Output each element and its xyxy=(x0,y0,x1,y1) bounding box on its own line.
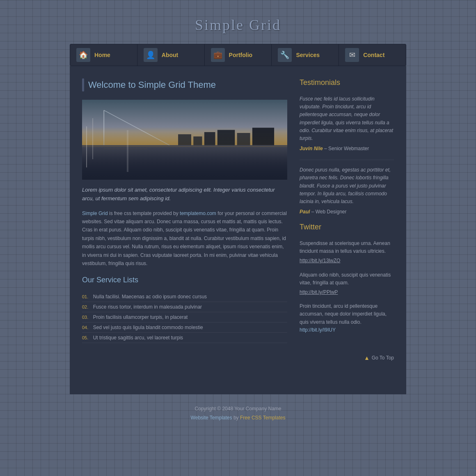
service-num-3: 03. xyxy=(82,315,88,320)
right-column: Testimonials Fusce nec felis id lacus so… xyxy=(300,78,394,361)
simplegrid-link[interactable]: Simple Grid xyxy=(82,211,108,216)
twitter-section: Twitter Suspendisse at scelerisque urna.… xyxy=(300,223,394,334)
go-to-top-link[interactable]: ▲ Go To Top xyxy=(364,355,394,361)
tweet-text-3: Proin tincidunt, arcu id pellentesque ac… xyxy=(300,302,394,334)
tweet-text-2: Aliquam odio nibh, suscipit quis venenat… xyxy=(300,271,394,287)
testimonial-author-2: Paul – Web Designer xyxy=(300,209,394,215)
service-text-2: Fusce risus tortor, interdum in malesuad… xyxy=(93,304,202,310)
author-dash-2: – xyxy=(311,209,314,215)
tweet-1: Suspendisse at scelerisque urna. Aenean … xyxy=(300,240,394,265)
list-item: 03. Proin facilisis ullamcorper turpis, … xyxy=(82,312,287,323)
go-to-top-label: Go To Top xyxy=(372,355,394,361)
body-text: Simple Grid is free css template provide… xyxy=(82,209,287,268)
author-title-1: Senior Webmaster xyxy=(328,146,369,151)
contact-icon: ✉ xyxy=(345,48,359,62)
svg-rect-6 xyxy=(204,132,215,145)
service-text-4: Sed vel justo quis ligula blandit commod… xyxy=(93,325,203,330)
testimonial-author-1: Juvin Nile – Senior Webmaster xyxy=(300,146,394,151)
service-lists-heading: Our Service Lists xyxy=(82,276,287,284)
about-icon: 👤 xyxy=(144,48,158,62)
portfolio-icon: 💼 xyxy=(211,48,225,62)
list-item: 01. Nulla facilisi. Maecenas ac odio ips… xyxy=(82,292,287,302)
hero-image xyxy=(82,100,287,180)
svg-rect-1 xyxy=(82,145,287,180)
svg-rect-8 xyxy=(237,133,250,145)
service-text-5: Ut tristique sagittis arcu, vel laoreet … xyxy=(93,335,183,341)
website-templates-link[interactable]: Website Templates xyxy=(191,415,232,421)
svg-rect-7 xyxy=(217,130,235,145)
copyright-text: Copyright © 2048 Your Company Name xyxy=(70,405,406,414)
tweet-link-3[interactable]: http://bit.ly/I9IUY xyxy=(300,327,336,333)
tweet-text-1: Suspendisse at scelerisque urna. Aenean … xyxy=(300,240,394,255)
nav-home-label: Home xyxy=(94,52,110,58)
testimonial-2: Donec purus nulla, egestas ac porttitor … xyxy=(300,166,394,215)
nav-portfolio-label: Portfolio xyxy=(229,52,253,58)
svg-rect-4 xyxy=(178,134,191,145)
testimonial-1: Fusce nec felis id lacus sollicitudin vu… xyxy=(300,95,394,151)
tweet-2: Aliquam odio nibh, suscipit quis venenat… xyxy=(300,271,394,297)
service-text-3: Proin facilisis ullamcorper turpis, in p… xyxy=(93,314,188,320)
list-item: 02. Fusce risus tortor, interdum in male… xyxy=(82,302,287,312)
service-list: 01. Nulla facilisi. Maecenas ac odio ips… xyxy=(82,292,287,343)
author-title-2: Web Designer xyxy=(316,209,347,215)
welcome-heading-wrapper: Welcome to Simple Grid Theme xyxy=(82,78,287,92)
intro-italic: Lorem ipsum dolor sit amet, consectetur … xyxy=(82,186,287,203)
list-item: 04. Sed vel justo quis ligula blandit co… xyxy=(82,323,287,333)
nav-contact-label: Contact xyxy=(363,52,384,58)
footer-by-text: by xyxy=(233,415,240,421)
tweet-3: Proin tincidunt, arcu id pellentesque ac… xyxy=(300,302,394,334)
nav-about[interactable]: 👤 About xyxy=(137,44,205,66)
twitter-heading: Twitter xyxy=(300,223,394,233)
tweet-link-2[interactable]: http://bit.ly/PPlwP xyxy=(300,289,338,295)
nav-home[interactable]: 🏠 Home xyxy=(70,44,137,66)
main-content: Welcome to Simple Grid Theme xyxy=(70,66,406,394)
testimonial-text-1: Fusce nec felis id lacus sollicitudin vu… xyxy=(300,95,394,142)
svg-rect-10 xyxy=(82,146,287,147)
body-text-part2: for your personal or commercial websites… xyxy=(82,211,287,266)
services-icon: 🔧 xyxy=(278,48,292,62)
footer-links: Website Templates by Free CSS Templates xyxy=(70,414,406,423)
navigation: 🏠 Home 👤 About 💼 Portfolio 🔧 Services ✉ … xyxy=(70,44,406,66)
svg-rect-11 xyxy=(104,149,147,149)
nav-about-label: About xyxy=(162,52,178,58)
site-title: Simple Grid xyxy=(70,8,406,44)
go-to-top: ▲ Go To Top xyxy=(300,346,394,361)
author-dash-1: – xyxy=(324,146,327,151)
free-css-link[interactable]: Free CSS Templates xyxy=(240,415,286,421)
nav-portfolio[interactable]: 💼 Portfolio xyxy=(205,44,272,66)
nav-services[interactable]: 🔧 Services xyxy=(272,44,339,66)
heading-bar xyxy=(82,78,84,92)
svg-rect-9 xyxy=(252,128,274,145)
home-icon: 🏠 xyxy=(76,48,90,62)
divider-1 xyxy=(300,160,394,160)
service-text-1: Nulla facilisi. Maecenas ac odio ipsum d… xyxy=(93,294,207,300)
svg-rect-5 xyxy=(193,137,202,145)
testimonial-text-2: Donec purus nulla, egestas ac porttitor … xyxy=(300,166,394,206)
service-num-1: 01. xyxy=(82,294,88,299)
svg-rect-0 xyxy=(82,100,287,180)
list-item: 05. Ut tristique sagittis arcu, vel laor… xyxy=(82,333,287,343)
service-num-4: 04. xyxy=(82,325,88,330)
author-name-1: Juvin Nile xyxy=(300,146,323,151)
tweet-link-1[interactable]: http://bit.ly/13lwZO xyxy=(300,258,340,263)
author-name-2: Paul xyxy=(300,209,310,215)
body-text-part1: is free css template provided by xyxy=(109,211,180,216)
welcome-heading: Welcome to Simple Grid Theme xyxy=(88,80,216,90)
service-num-2: 02. xyxy=(82,304,88,309)
arrow-up-icon: ▲ xyxy=(364,355,370,361)
testimonials-heading: Testimonials xyxy=(300,78,394,89)
service-num-5: 05. xyxy=(82,335,88,340)
nav-services-label: Services xyxy=(296,52,320,58)
footer: Copyright © 2048 Your Company Name Websi… xyxy=(70,394,406,430)
left-column: Welcome to Simple Grid Theme xyxy=(82,78,287,361)
templatemo-link[interactable]: templatemo.com xyxy=(180,211,216,216)
nav-contact[interactable]: ✉ Contact xyxy=(339,44,406,66)
